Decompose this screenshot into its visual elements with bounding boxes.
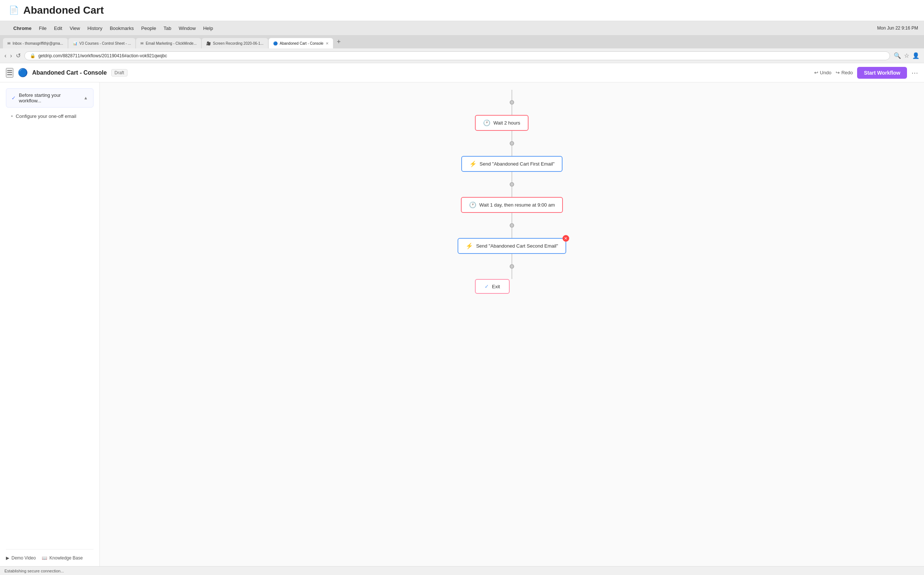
clock-icon-2: 🕐 [469,202,476,208]
workflow-canvas: 🕐 Wait 2 hours ⚡ Send "Abandoned Cart Fi… [100,83,924,567]
lightning-icon-1: ⚡ [469,160,477,167]
sidebar-header-label: Before starting your workflow... [19,92,84,103]
macos-right-icons: Mon Jun 22 9:16 PM [877,25,918,31]
sidebar-item-configure-email[interactable]: • Configure your one-off email [6,111,94,122]
tab-label-recording: Screen Recording 2020-06-1... [213,41,264,46]
people-menu[interactable]: People [141,25,156,31]
node-send-second-inner: ⚡ Send "Abandoned Cart Second Email" [457,238,566,254]
connector-line-5 [511,213,512,223]
connector-dot-4 [510,264,514,268]
workflow-sidebar: ✓ Before starting your workflow... ▲ • C… [0,83,100,567]
connector-top [511,90,512,100]
title-bar: 📄 Abandoned Cart [0,0,924,21]
more-options-button[interactable]: ⋯ [911,69,918,77]
node-send-second-email[interactable]: ⚡ Send "Abandoned Cart Second Email" ✕ [457,238,566,254]
video-icon: ▶ [6,555,9,561]
status-bar: Establishing secure connection... [0,566,924,567]
connector-line-6 [511,228,512,238]
new-tab-button[interactable]: + [334,38,344,46]
undo-icon: ↩ [814,70,818,75]
sidebar-checklist-header[interactable]: ✓ Before starting your workflow... ▲ [6,88,94,108]
redo-icon: ↪ [836,70,840,75]
redo-label: Redo [841,70,853,75]
connector-line-7 [511,254,512,264]
undo-label: Undo [820,70,831,75]
knowledge-base-link[interactable]: 📖 Knowledge Base [42,555,83,561]
node-send-second-label: Send "Abandoned Cart Second Email" [476,243,558,249]
tab-label-email: Email Marketing - ClickMinde... [146,41,197,46]
tab-label-v3: V3 Courses - Control Sheet - ... [79,41,131,46]
datetime-display: Mon Jun 22 9:16 PM [877,25,918,31]
page-title: Abandoned Cart [23,5,104,16]
workflow-container: 🕐 Wait 2 hours ⚡ Send "Abandoned Cart Fi… [457,90,566,294]
doc-icon: 📄 [9,6,19,15]
lock-icon: 🔒 [30,53,35,59]
connector-line-0 [511,105,512,115]
tab-inbox[interactable]: ✉ Inbox - thomasgriffithjr@gma... [3,38,68,48]
window-menu[interactable]: Window [178,25,195,31]
connector-line-8 [511,268,512,279]
node-exit-inner: ✓ Exit [475,279,510,294]
demo-video-link[interactable]: ▶ Demo Video [6,555,36,561]
node-send-first-email[interactable]: ⚡ Send "Abandoned Cart First Email" [461,156,563,172]
view-menu[interactable]: View [70,25,80,31]
connector-dot-1 [510,141,514,146]
history-menu[interactable]: History [87,25,102,31]
book-icon: 📖 [42,555,47,561]
tab-menu[interactable]: Tab [164,25,171,31]
refresh-button[interactable]: ↺ [16,52,21,59]
tab-favicon-abandoned: 🔵 [273,41,278,46]
tab-favicon-inbox: ✉ [7,41,10,46]
app-header: ☰ 🔵 Abandoned Cart - Console Draft ↩ Und… [0,63,924,83]
forward-button[interactable]: › [10,52,12,59]
check-icon: ✓ [11,95,16,101]
knowledge-base-label: Knowledge Base [49,555,83,561]
draft-badge: Draft [111,69,127,76]
connector-line-4 [511,187,512,197]
connector-line-1 [511,131,512,141]
tab-abandoned-cart[interactable]: 🔵 Abandoned Cart - Console ✕ [269,38,333,48]
redo-button[interactable]: ↪ Redo [836,70,853,75]
tab-v3courses[interactable]: 📊 V3 Courses - Control Sheet - ... [68,38,136,48]
url-bar[interactable]: 🔒 getdrip.com/8828711/workflows/20119041… [24,51,890,60]
back-button[interactable]: ‹ [5,52,6,59]
profile-icon[interactable]: 👤 [912,52,919,59]
bookmark-icon[interactable]: ☆ [904,52,909,59]
macos-menu-bar: Chrome File Edit View History Bookmarks … [0,21,924,35]
zoom-icon: 🔍 [894,52,901,59]
tab-label-inbox: Inbox - thomasgriffithjr@gma... [13,41,63,46]
node-wait-2-hours[interactable]: 🕐 Wait 2 hours [475,115,549,131]
hamburger-menu[interactable]: ☰ [6,68,13,78]
connector-line-3 [511,172,512,182]
node-send-first-label: Send "Abandoned Cart First Email" [480,161,555,167]
file-menu[interactable]: File [39,25,46,31]
chrome-menu[interactable]: Chrome [13,25,32,31]
bookmarks-menu[interactable]: Bookmarks [110,25,134,31]
help-menu[interactable]: Help [203,25,213,31]
node-send-inner: ⚡ Send "Abandoned Cart First Email" [461,156,563,172]
tab-email-marketing[interactable]: ✉ Email Marketing - ClickMinde... [136,38,201,48]
sidebar-item-label: Configure your one-off email [16,113,76,119]
node-wait-label: Wait 2 hours [494,120,521,125]
browser-tabs-bar: ✉ Inbox - thomasgriffithjr@gma... 📊 V3 C… [0,35,924,48]
error-badge: ✕ [562,235,569,242]
app-logo: 🔵 [18,68,28,78]
demo-video-label: Demo Video [11,555,36,561]
edit-menu[interactable]: Edit [54,25,62,31]
workflow-title: Abandoned Cart - Console [32,70,107,76]
tab-favicon-v3: 📊 [73,41,77,46]
address-bar-actions: 🔍 ☆ 👤 [894,52,919,59]
node-exit[interactable]: ✓ Exit [475,279,549,294]
sidebar-footer: ▶ Demo Video 📖 Knowledge Base [6,549,94,561]
tab-screen-recording[interactable]: 🎥 Screen Recording 2020-06-1... [202,38,268,48]
node-wait-inner: 🕐 Wait 2 hours [475,115,529,131]
connector-dot-2 [510,182,514,187]
checkmark-icon: ✓ [484,283,489,289]
header-right-actions: ↩ Undo ↪ Redo Start Workflow ⋯ [814,67,918,79]
node-wait-1-day[interactable]: 🕐 Wait 1 day, then resume at 9:00 am [461,197,563,213]
undo-button[interactable]: ↩ Undo [814,70,831,75]
chevron-up-icon: ▲ [84,95,88,100]
connector-dot-3 [510,223,514,228]
tab-close-abandoned[interactable]: ✕ [325,41,329,46]
start-workflow-button[interactable]: Start Workflow [857,67,907,79]
